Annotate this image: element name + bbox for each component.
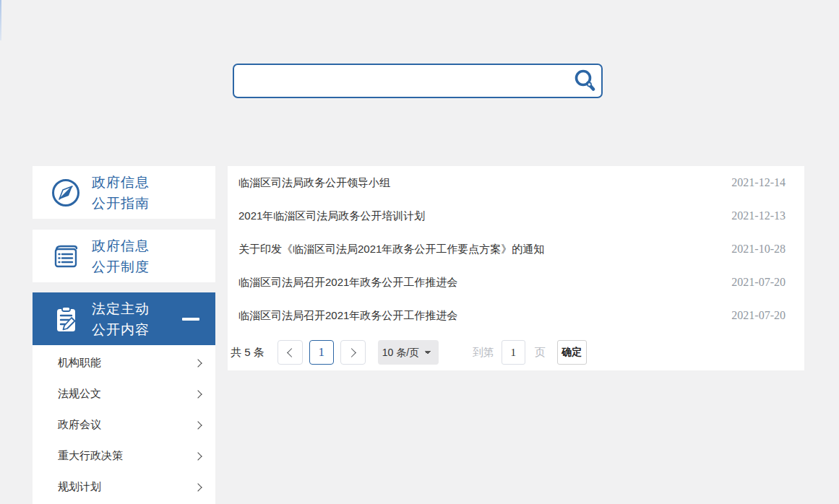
search-button[interactable] bbox=[569, 65, 601, 97]
news-list: 临淄区司法局政务公开领导小组 2021-12-14 2021年临淄区司法局政务公… bbox=[228, 166, 804, 332]
pagination-bar: 共 5 条 1 10 条/页 到第 页 确定 bbox=[231, 340, 801, 365]
page-number-button[interactable]: 1 bbox=[309, 340, 334, 365]
sidebar-item-statutory-disclosure[interactable]: 法定主动 公开内容 bbox=[33, 292, 215, 345]
sidebar-item-label: 政府信息 公开指南 bbox=[92, 172, 150, 214]
chevron-right-icon bbox=[194, 483, 202, 491]
chevron-right-icon bbox=[194, 390, 202, 398]
page-unit-label: 页 bbox=[535, 346, 546, 360]
chevron-left-icon bbox=[287, 348, 296, 357]
submenu-item-label: 规划计划 bbox=[58, 480, 101, 494]
submenu-item-label: 政府会议 bbox=[58, 418, 101, 432]
submenu-item[interactable]: 政府会议 bbox=[33, 409, 215, 440]
prev-page-button[interactable] bbox=[277, 340, 303, 365]
sidebar-item-label: 政府信息 公开制度 bbox=[92, 235, 150, 277]
submenu-item-label: 重大行政决策 bbox=[58, 449, 123, 463]
news-list-item[interactable]: 关于印发《临淄区司法局2021年政务公开工作要点方案》的通知 2021-10-2… bbox=[228, 233, 804, 266]
news-list-item[interactable]: 2021年临淄区司法局政务公开培训计划 2021-12-13 bbox=[228, 199, 804, 233]
document-icon bbox=[50, 240, 82, 272]
collapse-minus-icon bbox=[182, 318, 199, 321]
news-date: 2021-12-14 bbox=[731, 176, 786, 189]
news-list-panel: 临淄区司法局政务公开领导小组 2021-12-14 2021年临淄区司法局政务公… bbox=[228, 166, 804, 370]
goto-page-label: 到第 bbox=[473, 346, 494, 360]
news-list-item[interactable]: 临淄区司法局政务公开领导小组 2021-12-14 bbox=[228, 166, 804, 199]
submenu-item-label: 法规公文 bbox=[58, 387, 101, 401]
sidebar-submenu: 机构职能 法规公文 政府会议 重大行政决策 规划计划 bbox=[33, 345, 215, 504]
compass-icon bbox=[50, 177, 82, 209]
chevron-right-icon bbox=[194, 359, 202, 367]
next-page-button[interactable] bbox=[340, 340, 366, 365]
chevron-right-icon bbox=[194, 421, 202, 429]
news-date: 2021-12-13 bbox=[731, 209, 786, 222]
news-title: 临淄区司法局召开2021年政务公开工作推进会 bbox=[238, 309, 717, 323]
page-edge-decoration bbox=[0, 0, 1, 40]
confirm-button[interactable]: 确定 bbox=[557, 340, 587, 365]
chevron-right-icon bbox=[194, 452, 202, 460]
sidebar-item-label: 法定主动 公开内容 bbox=[92, 298, 150, 340]
chevron-right-icon bbox=[347, 348, 356, 357]
submenu-item-label: 机构职能 bbox=[58, 356, 101, 370]
search-bar bbox=[233, 64, 603, 98]
page-size-select[interactable]: 10 条/页 bbox=[378, 340, 439, 365]
submenu-item[interactable]: 法规公文 bbox=[33, 378, 215, 409]
clipboard-pen-icon bbox=[50, 303, 82, 335]
news-list-item[interactable]: 临淄区司法局召开2021年政务公开工作推进会 2021-07-20 bbox=[228, 266, 804, 299]
news-title: 2021年临淄区司法局政务公开培训计划 bbox=[238, 209, 717, 223]
news-list-item[interactable]: 临淄区司法局召开2021年政务公开工作推进会 2021-07-20 bbox=[228, 299, 804, 332]
search-icon bbox=[572, 68, 598, 94]
news-date: 2021-07-20 bbox=[731, 276, 786, 289]
submenu-item[interactable]: 机构职能 bbox=[33, 347, 215, 378]
submenu-item[interactable]: 重大行政决策 bbox=[33, 440, 215, 472]
search-input[interactable] bbox=[234, 65, 569, 97]
news-title: 关于印发《临淄区司法局2021年政务公开工作要点方案》的通知 bbox=[238, 243, 717, 256]
news-date: 2021-10-28 bbox=[731, 243, 786, 256]
submenu-item[interactable]: 规划计划 bbox=[33, 472, 215, 503]
sidebar-item-gov-info-system[interactable]: 政府信息 公开制度 bbox=[33, 230, 215, 282]
goto-page-input[interactable] bbox=[502, 340, 525, 365]
pagination-total: 共 5 条 bbox=[231, 346, 264, 360]
news-title: 临淄区司法局政务公开领导小组 bbox=[238, 176, 717, 190]
news-title: 临淄区司法局召开2021年政务公开工作推进会 bbox=[238, 276, 717, 290]
sidebar-item-gov-info-guide[interactable]: 政府信息 公开指南 bbox=[33, 166, 215, 219]
news-date: 2021-07-20 bbox=[731, 309, 786, 322]
